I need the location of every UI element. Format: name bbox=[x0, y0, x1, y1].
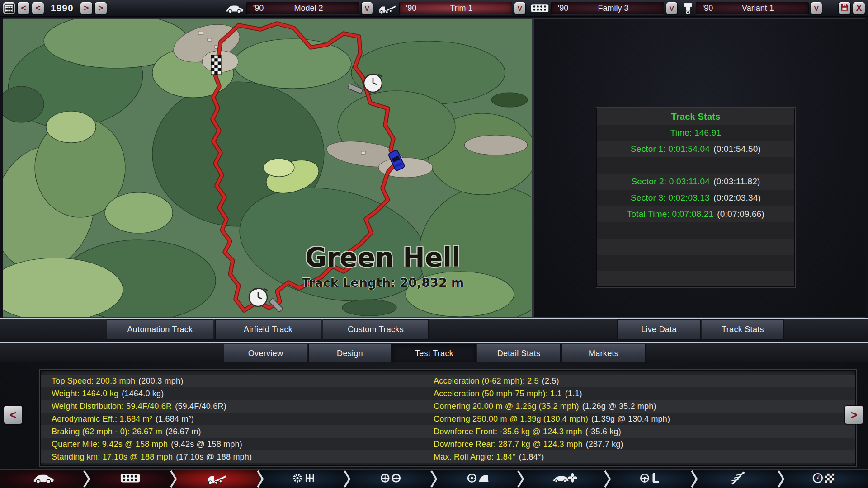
family-name-label: Family 3 bbox=[575, 4, 664, 13]
tab-automation-track[interactable]: Automation Track bbox=[107, 319, 213, 340]
stat-row: Weight: 1464.0 kg(1464.0 kg) Acceleratio… bbox=[41, 387, 855, 400]
year-back-fast-button[interactable]: < bbox=[17, 2, 30, 14]
save-icon bbox=[840, 3, 849, 14]
model-name-label: Model 2 bbox=[270, 4, 359, 13]
trim-icon bbox=[206, 471, 228, 487]
trim-select[interactable]: '90 Trim 1 bbox=[399, 2, 512, 14]
family-select[interactable]: '90 Family 3 bbox=[551, 2, 664, 14]
family-year-label: '90 bbox=[552, 4, 575, 13]
variant-year-label: '90 bbox=[696, 4, 719, 13]
start-finish-marker bbox=[211, 55, 221, 75]
performance-stats-panel: Top Speed: 200.3 mph(200.3 mph) Accelera… bbox=[40, 370, 856, 466]
stat-row: Top Speed: 200.3 mph(200.3 mph) Accelera… bbox=[41, 375, 855, 387]
stat-row: Quarter Mile: 9.42s @ 158 mph(9.42s @ 15… bbox=[41, 438, 855, 450]
toolbar-brakes[interactable] bbox=[434, 470, 521, 488]
blank-row bbox=[597, 255, 794, 271]
stat-row: Braking (62 mph - 0): 26.67 m(26.67 m) D… bbox=[41, 425, 855, 438]
truck-icon bbox=[377, 1, 397, 15]
track-stats-title: Track Stats bbox=[597, 108, 794, 125]
tab-track-stats[interactable]: Track Stats bbox=[702, 319, 784, 340]
main-tab-strip: Overview Design Test Track Detail Stats … bbox=[0, 342, 868, 362]
blank-row bbox=[597, 239, 794, 255]
track-stats-panel: Track Stats Time: 146.91 Sector 1: 0:01:… bbox=[533, 18, 865, 318]
sector3-row: Sector 3: 0:02:03.13(0:02:03.34) bbox=[597, 190, 794, 206]
close-button[interactable]: X bbox=[853, 2, 865, 14]
toolbar-trim[interactable] bbox=[174, 470, 260, 488]
prev-page-button[interactable]: < bbox=[4, 405, 23, 424]
chevron-separator-icon bbox=[82, 470, 91, 488]
toolbar-aerodynamics[interactable] bbox=[521, 470, 608, 488]
track-stats-time: Time: 146.91 bbox=[597, 125, 794, 141]
interior-icon bbox=[638, 471, 664, 487]
track-length: Track Length: 20,832 m bbox=[247, 276, 519, 290]
tab-design[interactable]: Design bbox=[308, 344, 392, 363]
trim-year-label: '90 bbox=[400, 4, 423, 13]
total-time-row: Total Time: 0:07:08.21(0:07:09.66) bbox=[597, 206, 794, 222]
toolbar-wheels[interactable] bbox=[347, 470, 434, 488]
year-forward-fast-button[interactable]: > bbox=[94, 2, 107, 14]
chevron-separator-icon bbox=[169, 470, 178, 488]
tab-overview[interactable]: Overview bbox=[224, 344, 307, 363]
trim-dropdown-button[interactable]: V bbox=[514, 2, 526, 14]
next-page-button[interactable]: > bbox=[844, 405, 863, 424]
toolbar-interior[interactable] bbox=[608, 470, 694, 488]
track-name: Green Hell bbox=[247, 242, 519, 273]
app-window: < < 1990 > > '90 Model 2 V '90 Trim 1 V … bbox=[0, 0, 868, 488]
toolbar-test-track[interactable] bbox=[781, 470, 868, 488]
brakes-icon bbox=[465, 471, 490, 487]
car-body-icon bbox=[32, 471, 55, 487]
tab-test-track[interactable]: Test Track bbox=[392, 344, 476, 363]
chevron-separator-icon bbox=[690, 470, 699, 488]
car-icon bbox=[225, 2, 245, 14]
piston-icon bbox=[682, 2, 694, 14]
track-tab-strip: Automation Track Airfield Track Custom T… bbox=[0, 318, 868, 342]
wheels-icon bbox=[378, 471, 403, 487]
variant-name-label: Variant 1 bbox=[719, 4, 808, 13]
chevron-separator-icon bbox=[516, 470, 525, 488]
tab-custom-tracks[interactable]: Custom Tracks bbox=[323, 319, 429, 340]
trim-name-label: Trim 1 bbox=[423, 4, 512, 13]
tab-detail-stats[interactable]: Detail Stats bbox=[477, 344, 561, 363]
toolbar-engine[interactable] bbox=[87, 470, 174, 488]
year-back-button[interactable]: < bbox=[32, 2, 44, 14]
model-select[interactable]: '90 Model 2 bbox=[246, 2, 359, 14]
toolbar-drivetrain[interactable] bbox=[260, 470, 347, 488]
stat-row: Aerodynamic Eff.: 1.684 m²(1.684 m²) Cor… bbox=[41, 413, 855, 425]
sector2-row: Sector 2: 0:03:11.04(0:03:11.82) bbox=[597, 174, 794, 190]
variant-select[interactable]: '90 Variant 1 bbox=[696, 2, 809, 14]
model-year-label: '90 bbox=[247, 4, 270, 13]
save-button[interactable] bbox=[838, 2, 851, 14]
chevron-separator-icon bbox=[343, 470, 352, 488]
chevron-separator-icon bbox=[603, 470, 612, 488]
calendar-button[interactable] bbox=[3, 2, 15, 14]
model-dropdown-button[interactable]: V bbox=[361, 2, 373, 14]
year-forward-button[interactable]: > bbox=[80, 2, 93, 14]
sector1-row: Sector 1: 0:01:54.04(0:01:54.50) bbox=[597, 141, 794, 157]
track-title-block: Green Hell Track Length: 20,832 m bbox=[247, 242, 519, 290]
chevron-separator-icon bbox=[256, 470, 265, 488]
chevron-separator-icon bbox=[429, 470, 439, 488]
variant-dropdown-button[interactable]: V bbox=[811, 2, 822, 14]
design-section-toolbar bbox=[0, 469, 868, 488]
tab-live-data[interactable]: Live Data bbox=[617, 319, 701, 340]
drivetrain-icon bbox=[291, 471, 316, 487]
blank-row bbox=[597, 271, 794, 287]
stat-row: Weight Distribution: 59.4F/40.6R(59.4F/4… bbox=[41, 400, 855, 413]
toolbar-car-body[interactable] bbox=[0, 470, 87, 488]
toolbar-suspension[interactable] bbox=[694, 470, 781, 488]
chevron-separator-icon bbox=[777, 470, 786, 488]
blank-row bbox=[597, 222, 794, 239]
year-display: 1990 bbox=[46, 3, 78, 14]
tab-markets[interactable]: Markets bbox=[561, 344, 646, 363]
track-map: Green Hell Track Length: 20,832 m bbox=[3, 18, 533, 318]
family-dropdown-button[interactable]: V bbox=[666, 2, 678, 14]
engine-family-icon bbox=[530, 2, 549, 14]
track-stats-box: Track Stats Time: 146.91 Sector 1: 0:01:… bbox=[596, 108, 795, 287]
suspension-icon bbox=[727, 470, 749, 488]
calendar-icon bbox=[4, 3, 14, 14]
tab-airfield-track[interactable]: Airfield Track bbox=[215, 319, 321, 340]
aerodynamics-icon bbox=[552, 471, 577, 487]
blank-row bbox=[597, 157, 794, 174]
top-bar: < < 1990 > > '90 Model 2 V '90 Trim 1 V … bbox=[0, 0, 868, 17]
engine-family-icon bbox=[120, 472, 141, 486]
